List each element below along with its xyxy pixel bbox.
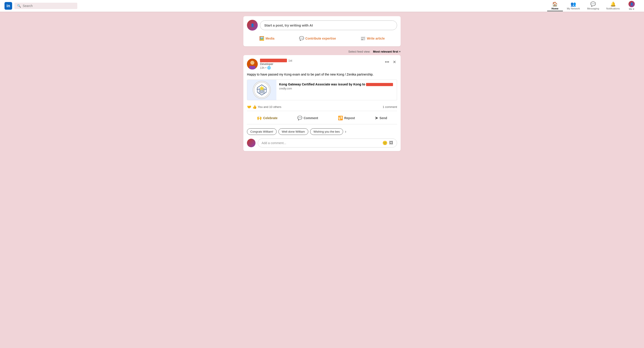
chevron-down-icon: ▾ <box>399 50 401 53</box>
celebrate-button[interactable]: 🙌 Celebrate <box>254 114 280 122</box>
nav-item-notifications[interactable]: 🔔 Notifications <box>603 1 623 11</box>
svg-point-1 <box>250 61 254 65</box>
nav-label-notifications: Notifications <box>606 7 620 10</box>
comment-input-icons: 🙂 🖼 <box>382 141 393 145</box>
post-creation-actions: 🖼️ Media 💬 Contribute expertise 📰 Write … <box>247 33 397 43</box>
nav-label-messaging: Messaging <box>587 7 599 10</box>
send-button[interactable]: ➤ Send <box>372 114 390 122</box>
navbar-left: in 🔍 <box>4 2 547 10</box>
link-preview-image: KONG GATEWAY CERTIFIED ASSOCIATE <box>247 80 276 100</box>
media-button[interactable]: 🖼️ Media <box>256 34 277 43</box>
reactions-row: 🤝 👍 You and 10 others 1 comment <box>247 103 397 111</box>
post-action-row: 🙌 Celebrate 💬 Comment 🔁 Repost ➤ Send <box>247 113 397 124</box>
comment-button[interactable]: 💬 Comment <box>294 114 321 122</box>
media-label: Media <box>266 37 274 40</box>
dismiss-post-button[interactable]: ✕ <box>392 59 397 65</box>
search-icon: 🔍 <box>17 4 21 8</box>
quick-reply-more-icon[interactable]: › <box>345 129 346 134</box>
post-author-title: Developer <box>260 62 292 66</box>
send-icon: ➤ <box>375 116 378 121</box>
emoji-icon[interactable]: 🙂 <box>382 141 388 145</box>
nav-label-home: Home <box>552 7 558 10</box>
feed-filter-value: Most relevant first <box>373 50 398 53</box>
quick-replies: Congrats William! Well done William Wish… <box>247 127 397 137</box>
search-input[interactable] <box>23 4 74 8</box>
search-bar-container: 🔍 <box>14 3 77 9</box>
link-preview-content: Kong Gateway Certified Associate was iss… <box>276 80 397 100</box>
comment-input-wrap[interactable]: Add a comment... 🙂 🖼 <box>258 139 397 147</box>
avatar: 👤 <box>628 1 635 7</box>
visibility-icon <box>267 66 271 70</box>
celebrate-reaction-icon: 🤝 <box>247 105 252 109</box>
reactions-count: You and 10 others <box>258 105 281 109</box>
post-header-left: 1st Developer 13h • <box>247 59 292 70</box>
link-preview-title-redacted <box>366 83 393 86</box>
home-icon: 🏠 <box>552 1 558 7</box>
start-post-button[interactable]: Start a post, try writing with AI <box>260 21 397 30</box>
post-creation-card: 👤 Start a post, try writing with AI 🖼️ M… <box>243 16 401 46</box>
comment-input-row: Add a comment... 🙂 🖼 <box>247 137 397 147</box>
link-preview-title: Kong Gateway Certified Associate was iss… <box>279 83 394 86</box>
post-header-actions: ••• ✕ <box>384 59 397 65</box>
nav-item-messaging[interactable]: 💬 Messaging <box>584 1 602 11</box>
nav-label-my-network: My Network <box>567 7 580 10</box>
comment-input-placeholder: Add a comment... <box>262 141 286 145</box>
svg-text:ASSOCIATE: ASSOCIATE <box>259 92 265 94</box>
repost-icon: 🔁 <box>338 116 343 121</box>
post-author-name-redacted <box>260 59 287 62</box>
navbar: in 🔍 🏠 Home 👥 My Network 💬 Messaging 🔔 N… <box>0 0 644 12</box>
post-body: Happy to have passed my Kong exam and to… <box>247 72 397 77</box>
quick-reply-well-done[interactable]: Well done William <box>278 128 308 135</box>
feed-filter-label: Select feed view: <box>348 50 370 53</box>
network-icon: 👥 <box>570 1 576 7</box>
post-time: 13h <box>260 66 264 70</box>
quick-reply-congrats[interactable]: Congrats William! <box>247 128 276 135</box>
article-icon: 📰 <box>360 36 365 41</box>
navbar-right: 🏠 Home 👥 My Network 💬 Messaging 🔔 Notifi… <box>547 0 640 12</box>
comment-label: Comment <box>304 116 318 120</box>
svg-rect-2 <box>249 66 256 70</box>
post-meta: 13h • <box>260 66 292 70</box>
reactions-left[interactable]: 🤝 👍 You and 10 others <box>247 105 281 109</box>
current-user-avatar: 👤 <box>247 20 258 31</box>
post-author-avatar[interactable] <box>247 59 258 70</box>
commenter-avatar <box>247 139 256 147</box>
contribute-button[interactable]: 💬 Contribute expertise <box>296 34 339 43</box>
nav-item-home[interactable]: 🏠 Home <box>547 1 563 11</box>
main-content: 👤 Start a post, try writing with AI 🖼️ M… <box>243 12 401 157</box>
feed-filter[interactable]: Select feed view: Most relevant first ▾ <box>243 48 401 55</box>
nav-item-my-network[interactable]: 👥 My Network <box>564 1 583 11</box>
kong-logo: KONG GATEWAY CERTIFIED ASSOCIATE <box>253 81 271 99</box>
nav-item-me[interactable]: 👤 Me ▾ <box>624 0 640 12</box>
nav-label-me: Me ▾ <box>629 8 634 11</box>
dot-separator: • <box>265 66 266 70</box>
post-degree-badge: 1st <box>288 59 292 62</box>
celebrate-icon: 🙌 <box>257 116 262 121</box>
messaging-icon: 💬 <box>590 1 596 7</box>
logo-text: in <box>6 4 10 8</box>
link-preview[interactable]: KONG GATEWAY CERTIFIED ASSOCIATE Kong Ga… <box>247 80 397 100</box>
celebrate-label: Celebrate <box>263 116 278 120</box>
post-user-info: 1st Developer 13h • <box>260 59 292 70</box>
contribute-label: Contribute expertise <box>305 37 336 40</box>
write-article-button[interactable]: 📰 Write article <box>358 34 388 43</box>
contribute-icon: 💬 <box>299 36 304 41</box>
comment-count[interactable]: 1 comment <box>383 105 397 109</box>
repost-button[interactable]: 🔁 Repost <box>335 114 358 122</box>
linkedin-logo[interactable]: in <box>4 2 12 10</box>
feed-filter-selector[interactable]: Select feed view: Most relevant first ▾ <box>348 50 401 53</box>
comment-icon: 💬 <box>297 116 302 121</box>
send-label: Send <box>380 116 387 120</box>
notifications-icon: 🔔 <box>610 1 616 7</box>
like-reaction-icon: 👍 <box>252 105 257 109</box>
post-creation-top: 👤 Start a post, try writing with AI <box>247 20 397 31</box>
image-attach-icon[interactable]: 🖼 <box>389 141 393 145</box>
link-preview-title-text: Kong Gateway Certified Associate was iss… <box>279 83 365 86</box>
media-icon: 🖼️ <box>259 36 264 41</box>
post-card: 1st Developer 13h • ••• ✕ Happy to have … <box>243 55 401 151</box>
quick-reply-wishing[interactable]: Wishing you the bes <box>310 128 343 135</box>
repost-label: Repost <box>344 116 355 120</box>
post-username-row: 1st <box>260 59 292 62</box>
article-label: Write article <box>367 37 385 40</box>
more-options-button[interactable]: ••• <box>384 59 390 65</box>
